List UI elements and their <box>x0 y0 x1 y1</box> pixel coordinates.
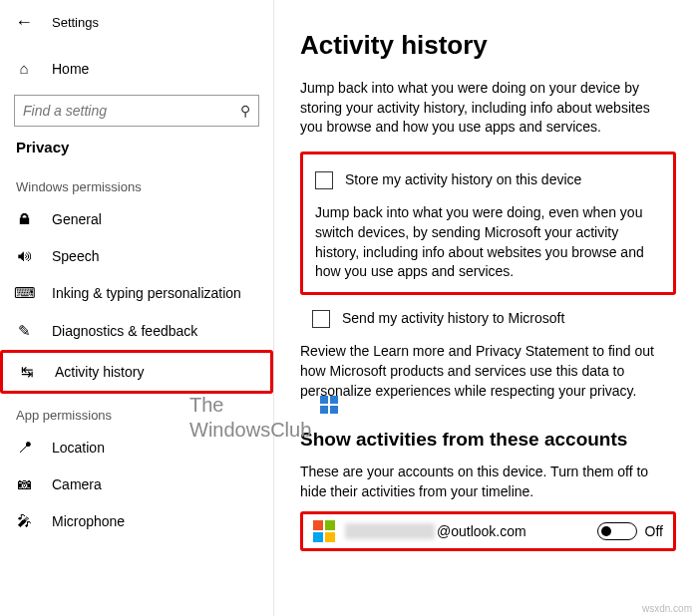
nav-label: Diagnostics & feedback <box>52 323 197 339</box>
toggle-knob-icon <box>601 526 611 536</box>
keyboard-icon: ⌨ <box>14 284 34 302</box>
footer-watermark: wsxdn.com <box>642 603 692 614</box>
sidebar-item-general[interactable]: 🔒︎ General <box>0 200 273 237</box>
email-redacted <box>345 523 435 539</box>
home-label: Home <box>52 61 89 77</box>
category-label: Privacy <box>0 139 273 165</box>
lock-icon: 🔒︎ <box>14 210 34 227</box>
sidebar-item-camera[interactable]: 📷︎ Camera <box>0 465 273 502</box>
sidebar-item-inking[interactable]: ⌨ Inking & typing personalization <box>0 274 273 312</box>
send-history-desc: Jump back into what you were doing, even… <box>315 203 661 281</box>
home-icon: ⌂ <box>14 60 34 77</box>
nav-label: Location <box>52 440 105 456</box>
checkbox-icon <box>315 171 333 189</box>
sidebar-item-microphone[interactable]: 🎤︎ Microphone <box>0 502 273 539</box>
sidebar-item-diagnostics[interactable]: ✎ Diagnostics & feedback <box>0 312 273 350</box>
intro-text: Jump back into what you were doing on yo… <box>300 79 676 138</box>
back-arrow-icon[interactable]: ← <box>12 10 36 34</box>
nav-label: Speech <box>52 248 99 264</box>
send-history-label: Send my activity history to Microsoft <box>342 309 564 329</box>
store-history-label: Store my activity history on this device <box>345 170 581 190</box>
group-app-permissions: App permissions <box>0 394 273 429</box>
sidebar-item-location[interactable]: 📍︎ Location <box>0 429 273 465</box>
review-text: Review the Learn more and Privacy Statem… <box>300 342 676 401</box>
feedback-icon: ✎ <box>14 322 34 340</box>
sidebar-home[interactable]: ⌂ Home <box>0 52 273 85</box>
nav-label: Inking & typing personalization <box>52 285 241 301</box>
sidebar-item-activity-history[interactable]: ↹ Activity history <box>0 350 273 394</box>
sidebar-item-speech[interactable]: 🔊︎ Speech <box>0 237 273 274</box>
group-windows-permissions: Windows permissions <box>0 165 273 200</box>
accounts-section-title: Show activities from these accounts <box>300 429 676 451</box>
nav-label: General <box>52 211 102 227</box>
nav-label: Microphone <box>52 513 125 529</box>
checkbox-icon <box>312 310 330 328</box>
settings-title: Settings <box>52 15 99 30</box>
speech-icon: 🔊︎ <box>14 247 34 264</box>
history-icon: ↹ <box>17 363 37 381</box>
send-history-checkbox[interactable]: Send my activity history to Microsoft <box>312 309 676 329</box>
camera-icon: 📷︎ <box>14 475 34 492</box>
sidebar: ← Settings ⌂ Home ⚲ Privacy Windows perm… <box>0 0 274 616</box>
search-field[interactable] <box>23 103 240 119</box>
accounts-desc: These are your accounts on this device. … <box>300 462 676 501</box>
email-domain: @outlook.com <box>437 523 526 539</box>
microphone-icon: 🎤︎ <box>14 512 34 529</box>
microsoft-logo-icon <box>313 520 335 542</box>
nav-label: Activity history <box>55 364 144 380</box>
search-input[interactable]: ⚲ <box>14 95 259 127</box>
store-history-checkbox[interactable]: Store my activity history on this device <box>315 170 661 190</box>
account-toggle[interactable] <box>597 522 637 540</box>
toggle-state-label: Off <box>645 523 663 539</box>
store-history-group: Store my activity history on this device… <box>300 152 676 295</box>
location-icon: 📍︎ <box>14 439 34 456</box>
search-icon: ⚲ <box>240 103 250 119</box>
main-content: Activity history Jump back into what you… <box>274 0 698 616</box>
page-title: Activity history <box>300 30 676 61</box>
account-row: @outlook.com Off <box>300 511 676 551</box>
nav-label: Camera <box>52 476 102 492</box>
